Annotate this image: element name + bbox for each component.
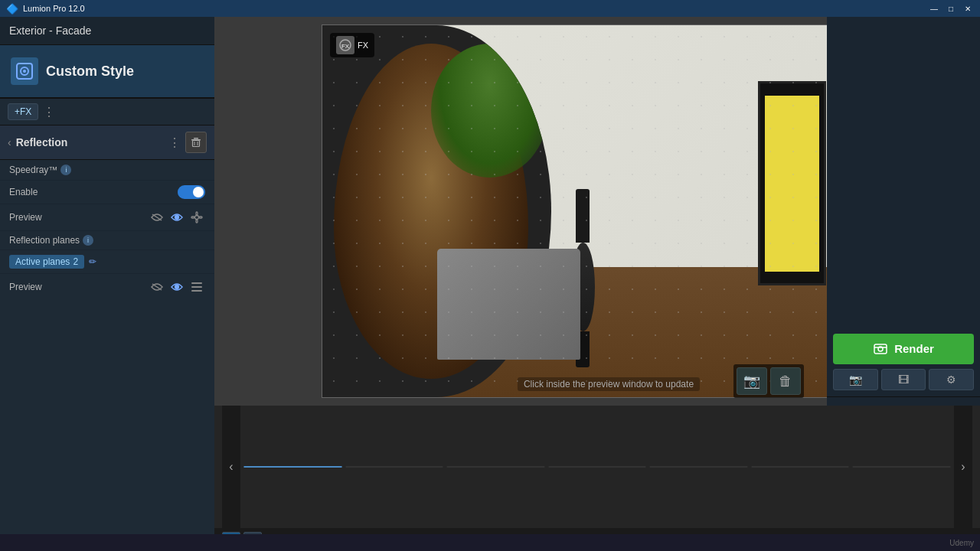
preview-icons-2 bbox=[149, 279, 205, 295]
render-btn-label: Render bbox=[894, 342, 934, 355]
thumb-item-3[interactable]: Interior - Lounge Closeup bbox=[446, 466, 545, 468]
thumb-item-5[interactable]: Exterior - Sketch bbox=[649, 466, 748, 468]
speedray-info-icon[interactable]: i bbox=[60, 165, 71, 175]
camera-capture-btn[interactable]: 📷 bbox=[737, 367, 767, 395]
reflection-planes-row: Reflection planes i bbox=[0, 231, 214, 250]
thumb-item-1[interactable]: Exterior - Nature vs Build bbox=[243, 466, 342, 468]
fx-badge: FX FX bbox=[330, 33, 374, 57]
fx-toolbar: +FX ⋮ bbox=[0, 99, 214, 126]
painting-frame bbox=[758, 81, 827, 285]
preview2-bars-btn[interactable] bbox=[188, 279, 205, 295]
svg-rect-13 bbox=[196, 212, 198, 215]
thumbnail-bar: ‹ Exterior - Nature vs Build Interior - … bbox=[214, 406, 980, 528]
render-btn[interactable]: Render bbox=[833, 334, 974, 364]
thumb-next-btn[interactable]: › bbox=[954, 406, 972, 528]
svg-rect-17 bbox=[191, 282, 202, 284]
reflection-header-right: ⋮ bbox=[168, 132, 207, 153]
svg-point-16 bbox=[175, 285, 179, 289]
svg-point-10 bbox=[195, 216, 199, 220]
active-planes-badge: Active planes 2 bbox=[9, 255, 84, 269]
scene-bg: FX FX 9 Click inside the preview window … bbox=[322, 25, 895, 397]
enable-toggle[interactable] bbox=[178, 185, 205, 199]
svg-point-2 bbox=[23, 70, 26, 73]
svg-rect-12 bbox=[199, 217, 202, 218]
render-section: Render 📷 🎞 ⚙ bbox=[827, 328, 980, 397]
painting-canvas bbox=[765, 96, 819, 272]
add-fx-button[interactable]: +FX bbox=[8, 103, 38, 120]
preview2-eye-btn[interactable] bbox=[168, 279, 185, 295]
title-icon: 🔷 bbox=[6, 3, 18, 15]
preview2-hide-btn[interactable] bbox=[149, 279, 165, 295]
speedray-row: Speedray™ i bbox=[0, 160, 214, 181]
thumb-item-7[interactable]: Orthographic - Top View bbox=[852, 466, 951, 468]
reflection-planes-label: Reflection planes i bbox=[9, 235, 93, 246]
active-planes-value: 2 bbox=[73, 256, 78, 267]
thumbnails-container: Exterior - Nature vs Build Interior - Lo… bbox=[240, 460, 954, 474]
scene-title: Exterior - Facade bbox=[0, 17, 214, 45]
preview-hide-btn[interactable] bbox=[149, 209, 165, 226]
thumb-prev-btn[interactable]: ‹ bbox=[222, 406, 240, 528]
preview-icons-1 bbox=[149, 209, 205, 226]
svg-rect-5 bbox=[193, 141, 200, 147]
render-camera-btn[interactable]: 📷 bbox=[833, 369, 878, 390]
render-film-btn[interactable]: 🎞 bbox=[881, 369, 926, 390]
speedray-label: Speedray™ i bbox=[9, 165, 71, 175]
minimize-btn[interactable]: — bbox=[928, 2, 940, 15]
fx-menu-button[interactable]: ⋮ bbox=[43, 105, 55, 119]
preview-row-2: Preview bbox=[0, 274, 214, 300]
render-tool-btns: 📷 🎞 ⚙ bbox=[833, 369, 974, 390]
enable-label: Enable bbox=[9, 187, 38, 197]
svg-text:FX: FX bbox=[341, 43, 350, 50]
svg-point-9 bbox=[175, 216, 179, 220]
reflection-delete-button[interactable] bbox=[185, 132, 207, 153]
reflection-header: ‹ Reflection ⋮ bbox=[0, 126, 214, 160]
thumb-item-2[interactable]: Interior - Lounge bbox=[345, 466, 444, 468]
fx-icon: FX bbox=[336, 36, 354, 54]
render-settings-btn[interactable]: ⚙ bbox=[929, 369, 974, 390]
svg-rect-22 bbox=[874, 344, 887, 354]
udemy-label: Udemy bbox=[949, 539, 974, 547]
left-panel: Exterior - Facade Custom Style +FX ⋮ ‹ R… bbox=[0, 17, 214, 551]
fx-label: FX bbox=[358, 41, 368, 50]
camera-delete-btn[interactable]: 🗑 bbox=[770, 367, 801, 395]
svg-rect-11 bbox=[191, 217, 194, 218]
svg-rect-19 bbox=[191, 290, 202, 292]
preview-label-1: Preview bbox=[9, 212, 42, 223]
preview-eye-btn[interactable] bbox=[168, 209, 185, 226]
status-bar: Udemy bbox=[0, 534, 980, 551]
thumb-item-4[interactable]: Interior - Living Room bbox=[548, 466, 647, 468]
preview-label-2: Preview bbox=[9, 282, 42, 292]
active-planes-row: Active planes 2 ✏ bbox=[0, 250, 214, 274]
enable-row: Enable bbox=[0, 181, 214, 204]
thumb-item-6[interactable]: Orthographic - Plan bbox=[751, 466, 850, 468]
reflection-header-left: ‹ Reflection bbox=[8, 136, 67, 148]
reflection-menu-icon[interactable]: ⋮ bbox=[168, 135, 181, 150]
maximize-btn[interactable]: □ bbox=[945, 2, 957, 15]
reflection-section: ‹ Reflection ⋮ Speedray™ bbox=[0, 126, 214, 551]
window-controls: — □ ✕ bbox=[928, 2, 974, 15]
preview-row-1: Preview bbox=[0, 204, 214, 231]
viewport-inner[interactable]: FX FX 9 Click inside the preview window … bbox=[322, 24, 896, 398]
camera-controls: 📷 🗑 bbox=[733, 364, 804, 398]
sofa bbox=[437, 249, 580, 360]
custom-style-block: Custom Style bbox=[0, 45, 214, 99]
svg-rect-4 bbox=[194, 138, 198, 139]
svg-rect-14 bbox=[196, 220, 198, 223]
active-planes-label: Active planes bbox=[15, 256, 70, 267]
close-btn[interactable]: ✕ bbox=[962, 2, 974, 15]
custom-style-label: Custom Style bbox=[46, 64, 134, 80]
svg-rect-18 bbox=[191, 286, 202, 288]
titlebar: 🔷 Lumion Pro 12.0 — □ ✕ bbox=[0, 0, 980, 17]
active-planes-edit-icon[interactable]: ✏ bbox=[89, 256, 96, 267]
reflection-planes-info-icon[interactable]: i bbox=[83, 235, 93, 246]
reflection-title: Reflection bbox=[16, 136, 68, 148]
bottom-area: ‹ Exterior - Nature vs Build Interior - … bbox=[214, 406, 980, 551]
arch-greenery bbox=[431, 44, 548, 178]
back-arrow-icon[interactable]: ‹ bbox=[8, 136, 11, 148]
preview-hint-text: Click inside the preview window to updat… bbox=[518, 377, 700, 391]
preview-settings-btn[interactable] bbox=[188, 209, 205, 226]
custom-style-icon bbox=[11, 57, 38, 85]
app-title: Lumion Pro 12.0 bbox=[23, 4, 928, 13]
